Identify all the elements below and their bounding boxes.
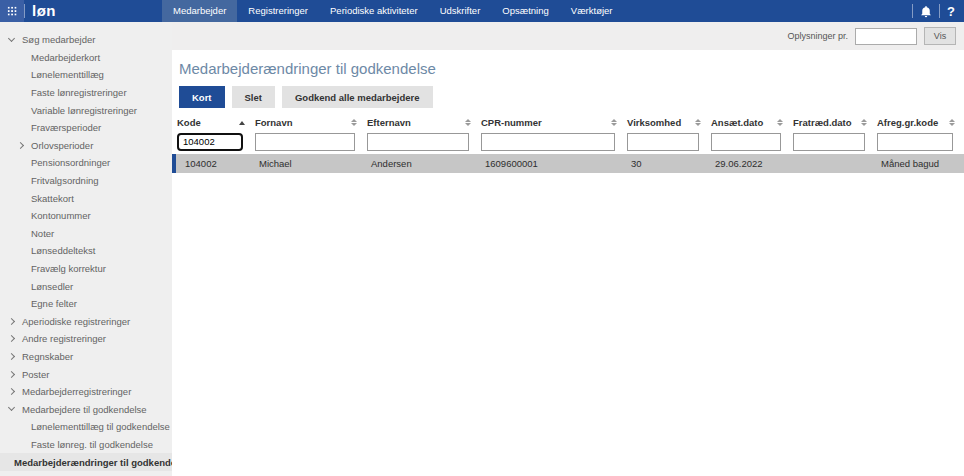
sidebar-item-loensedler[interactable]: Lønsedler [0,277,172,295]
sidebar-item-variable-loenregistreringer[interactable]: Variable lønregistreringer [0,101,172,119]
sort-icon [351,119,357,127]
filter-cell-ansaet-dato [711,131,793,151]
sidebar-item-faste-loenreg-til-godkendelse[interactable]: Faste lønreg. til godkendelse [0,436,172,454]
column-header-label: Afreg.gr.kode [877,117,938,128]
sort-down-arrow [777,123,783,126]
filter-input-afreg-gr-kode[interactable] [877,133,953,151]
table-body: 104002MichaelAndersen16096000013029.06.2… [172,154,964,173]
sort-down-arrow [695,123,701,126]
sidebar-item-faste-loenregistreringer[interactable]: Faste lønregistreringer [0,84,172,102]
sidebar-item-loenelementtillaeg[interactable]: Lønelementtillæg [0,66,172,84]
sidebar-item-andre-registreringer[interactable]: Andre registreringer [0,330,172,348]
sort-up-arrow [777,119,783,122]
column-header-ansaet-dato[interactable]: Ansæt.dato [711,116,793,129]
godkend-alle-medarbejdere-button[interactable]: Godkend alle medarbejdere [282,86,433,108]
sidebar-item-orlovsperioder[interactable]: Orlovsperioder [0,137,172,155]
sidebar-item-label: Faste lønregistreringer [31,87,127,98]
content-area: Oplysninger pr. Vis Medarbejderændringer… [172,22,964,476]
chevron-right-icon [8,371,15,378]
sidebar-item-loenseddeltekst[interactable]: Lønseddeltekst [0,242,172,260]
vis-button[interactable]: Vis [924,27,956,45]
filter-input-fratraed-dato[interactable] [793,133,865,151]
app-launcher-button[interactable] [0,0,24,22]
question-mark-icon: ? [947,4,955,19]
column-header-fratraed-dato[interactable]: Fratræd.dato [793,116,877,129]
notifications-button[interactable] [920,5,932,18]
app-logo: løn [32,2,56,19]
chevron-right-icon [17,142,24,149]
kort-button[interactable]: Kort [179,86,225,108]
column-header-label: Fornavn [255,117,292,128]
sidebar-item-label: Fravælg korrektur [31,263,106,274]
column-header-efternavn[interactable]: Efternavn [367,116,481,129]
sidebar-item-noter[interactable]: Noter [0,225,172,243]
chevron-down-icon [8,404,15,411]
sidebar-item-fravaersperioder[interactable]: Fraværsperioder [0,119,172,137]
top-strip: Oplysninger pr. Vis [172,22,964,50]
bell-icon [920,5,932,18]
table-cell: 30 [622,158,706,169]
filter-cell-fornavn [255,131,367,151]
sidebar-item-label: Medarbejderkort [31,52,100,63]
table-cell: 104002 [176,158,250,169]
sidebar-item-skattekort[interactable]: Skattekort [0,189,172,207]
sidebar-item-regnskaber[interactable]: Regnskaber [0,348,172,366]
sort-down-arrow [465,123,471,126]
nav-item-medarbejder[interactable]: Medarbejder [162,0,237,22]
sidebar-item-label: Fritvalgsordning [31,175,99,186]
sort-icon [949,119,955,127]
column-header-afreg-gr-kode[interactable]: Afreg.gr.kode [877,116,964,129]
sort-up-arrow [695,119,701,122]
slet-button[interactable]: Slet [232,86,275,108]
sort-icon [611,119,617,127]
filter-input-fornavn[interactable] [255,133,355,151]
filter-input-kode[interactable] [177,133,243,151]
help-button[interactable]: ? [947,4,955,19]
sort-down-arrow [861,123,867,126]
column-header-cpr-nummer[interactable]: CPR-nummer [481,116,627,129]
sidebar-item-loenelementtillaeg-til-godkendelse[interactable]: Lønelementtillæg til godkendelse [0,418,172,436]
sidebar-item-pensionsordninger[interactable]: Pensionsordninger [0,154,172,172]
table-cell: Andersen [362,158,476,169]
sidebar-item-label: Aperiodiske registreringer [22,316,130,327]
sidebar-item-fritvalgsordning[interactable]: Fritvalgsordning [0,172,172,190]
sidebar-item-fravaelg-korrektur[interactable]: Fravælg korrektur [0,260,172,278]
sidebar-item-label: Medarbejderregistreringer [22,386,131,397]
sidebar-item-egne-felter[interactable]: Egne felter [0,295,172,313]
nav-item-udskrifter[interactable]: Udskrifter [429,0,492,22]
column-header-kode[interactable]: Kode [177,116,255,129]
sidebar-item-kontonummer[interactable]: Kontonummer [0,207,172,225]
sort-down-arrow [949,123,955,126]
sidebar-item-poster[interactable]: Poster [0,365,172,383]
chevron-right-icon [8,318,15,325]
filter-input-virksomhed[interactable] [627,133,699,151]
sidebar-item-label: Faste lønreg. til godkendelse [31,439,153,450]
filter-input-efternavn[interactable] [367,133,469,151]
sidebar-item-medarbejderkort[interactable]: Medarbejderkort [0,49,172,67]
oplysninger-date-input[interactable] [855,28,917,45]
filter-input-cpr-nummer[interactable] [481,133,615,151]
nav-item-opsaetning[interactable]: Opsætning [491,0,559,22]
topbar-divider [912,4,913,18]
sidebar-item-soeg-medarbejder[interactable]: Søg medarbejder [0,31,172,49]
sidebar-item-medarbejderregistreringer[interactable]: Medarbejderregistreringer [0,383,172,401]
table-header-row: KodeFornavnEfternavnCPR-nummerVirksomhed… [177,116,964,129]
sidebar-item-label: Skattekort [31,193,74,204]
sidebar-item-label: Andre registreringer [22,333,106,344]
sort-up-arrow [949,119,955,122]
sidebar-item-aperiodiske-registreringer[interactable]: Aperiodiske registreringer [0,313,172,331]
column-header-fornavn[interactable]: Fornavn [255,116,367,129]
nav-item-registreringer[interactable]: Registreringer [237,0,319,22]
table-filter-row [177,131,964,151]
sidebar-item-label: Regnskaber [22,351,73,362]
nav-item-vaerktoejer[interactable]: Værktøjer [560,0,624,22]
filter-input-ansaet-dato[interactable] [711,133,781,151]
column-header-virksomhed[interactable]: Virksomhed [627,116,711,129]
sidebar-item-medarbejderaendringer-til-godkendelse[interactable]: Medarbejderændringer til godkendelse [0,453,172,471]
sidebar-item-medarbejdere-til-godkendelse[interactable]: Medarbejdere til godkendelse [0,400,172,418]
nav-item-periodiske-aktiviteter[interactable]: Periodiske aktiviteter [319,0,429,22]
table-row[interactable]: 104002MichaelAndersen16096000013029.06.2… [172,154,964,173]
sort-up-arrow [861,119,867,122]
sort-icon [861,119,867,127]
filter-cell-kode [177,131,255,151]
